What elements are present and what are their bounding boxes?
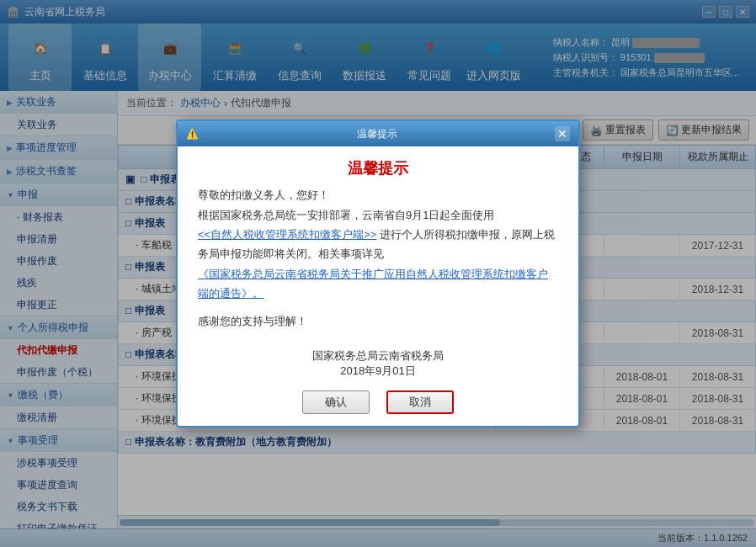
- modal-confirm-button[interactable]: 确认: [302, 390, 370, 414]
- modal-warning-icon: ⚠️: [186, 128, 199, 140]
- modal-dialog: ⚠️ 温馨提示 ✕ 温馨提示 尊敬的扣缴义务人，您好！ 根据国家税务总局统一安排…: [176, 119, 580, 428]
- modal-buttons: 确认 取消: [178, 382, 578, 426]
- modal-link1[interactable]: <<自然人税收管理系统扣缴客户端>>: [198, 228, 376, 241]
- modal-org1: 国家税务总局云南省税务局: [178, 348, 578, 364]
- modal-org2: 2018年9月01日: [178, 364, 578, 379]
- modal-cancel-button[interactable]: 取消: [386, 390, 454, 414]
- modal-title-bar: ⚠️ 温馨提示 ✕: [178, 121, 578, 146]
- modal-close-button[interactable]: ✕: [555, 126, 570, 141]
- modal-link2[interactable]: 《国家税务总局云南省税务局关于推广应用自然人税收管理系统扣缴客户端的通告》。: [198, 268, 548, 300]
- modal-overlay: ⚠️ 温馨提示 ✕ 温馨提示 尊敬的扣缴义务人，您好！ 根据国家税务总局统一安排…: [0, 0, 756, 547]
- modal-para4: 感谢您的支持与理解！: [198, 311, 558, 331]
- modal-heading: 温馨提示: [178, 146, 578, 185]
- modal-para1: 尊敬的扣缴义务人，您好！: [198, 185, 558, 204]
- modal-body: 尊敬的扣缴义务人，您好！ 根据国家税务总局统一安排部署，云南省自9月1日起全面使…: [178, 185, 578, 342]
- modal-footer-text: 国家税务总局云南省税务局 2018年9月01日: [178, 342, 578, 382]
- modal-para2: 根据国家税务总局统一安排部署，云南省自9月1日起全面使用 <<自然人税收管理系统…: [198, 205, 558, 304]
- modal-title: 温馨提示: [357, 127, 397, 141]
